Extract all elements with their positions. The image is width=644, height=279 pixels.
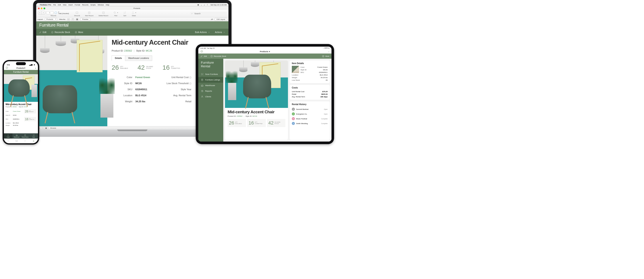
record-nav[interactable]: ‹›	[38, 11, 45, 15]
menu-scripts[interactable]: Scripts	[90, 4, 96, 6]
phone-tab-scan[interactable]: Scan	[30, 133, 38, 139]
app-title: Furniture Rental	[36, 21, 228, 29]
viewas-table[interactable]: ▦	[76, 18, 78, 21]
phone-tab-detail[interactable]: Detail	[4, 133, 12, 139]
phone-check-icon[interactable]	[6, 67, 8, 70]
control-center-icon[interactable]: ◉	[198, 4, 199, 6]
sidebar-clients[interactable]: Clients	[198, 94, 223, 100]
menu-window[interactable]: Window	[98, 4, 104, 6]
ipad-statusbar: 9:41 AM Tue Sep 15 ⌵ 100% ▮	[198, 47, 332, 50]
menubar-app[interactable]: FileMaker Pro	[40, 4, 51, 6]
ipad-product-name: Mid-century Accent Chair	[228, 110, 285, 114]
menu-edit[interactable]: Edit	[58, 4, 61, 6]
tb-find[interactable]: ▾Find	[113, 11, 118, 17]
svg-point-5	[52, 31, 53, 33]
color-swatch: WOOD & FOREST	[292, 66, 299, 73]
tb-records: ‹› 1 2Total (Unsorted) Records	[38, 11, 69, 17]
tb-share[interactable]: ▾Share	[132, 11, 136, 17]
record-number[interactable]: 1	[46, 11, 54, 14]
phone-tab-history[interactable]: Rental History	[21, 133, 30, 139]
tb-sort[interactable]: Sort	[123, 11, 126, 17]
menu-insert[interactable]: Insert	[68, 4, 73, 6]
svg-point-12	[6, 67, 8, 69]
edit-layout-button[interactable]: Edit Layout	[215, 18, 227, 21]
menu-records[interactable]: Records	[82, 4, 88, 6]
rental-history-item[interactable]: EEvergreen Co.Open	[292, 112, 328, 116]
wifi-icon[interactable]: ⌵	[201, 4, 202, 6]
ipad-stat-avail: 26QTYAVAILABLE	[228, 119, 247, 127]
tab-warehouse[interactable]: Warehouse Locations	[125, 56, 152, 61]
sidebar-scan[interactable]: Scan Furniture	[198, 71, 223, 77]
rental-history-item[interactable]: MMusic FestivalComplete	[292, 116, 328, 121]
search-icon[interactable]: ⌕	[204, 4, 205, 6]
bulk-actions[interactable]: Bulk Actions	[195, 31, 210, 34]
traffic-lights[interactable]	[38, 8, 45, 9]
viewas-label: View As:	[59, 18, 66, 20]
more-action[interactable]: More	[75, 31, 83, 34]
menu-format[interactable]: Format	[74, 4, 80, 6]
ipad-reconcile[interactable]: Reconcile Stock	[210, 55, 226, 57]
actions-menu[interactable]: Actions	[215, 31, 226, 34]
ipad-stat-comm: 16QTYCOMMITTED	[247, 119, 267, 127]
text-format-icon[interactable]: Aª	[211, 18, 213, 21]
menubar-clock[interactable]: Sat Sep 18 11:02 AM	[210, 4, 227, 6]
iphone-device: 9:41▂▄▆ ⌵ ▮ Products ▾ ⌕ Furniture Renta…	[2, 60, 39, 145]
phone-toolbar: ＋	[4, 139, 38, 143]
moon-icon[interactable]: ☾	[207, 4, 208, 6]
browse-mode[interactable]: Browse	[50, 127, 56, 129]
window-titlebar: Products	[36, 7, 228, 10]
svg-point-15	[16, 140, 18, 142]
preview-button[interactable]: Preview	[80, 18, 90, 21]
menu-view[interactable]: View	[63, 4, 66, 6]
edit-action[interactable]: Edit	[39, 31, 46, 34]
phone-prev[interactable]	[7, 139, 10, 143]
phone-next[interactable]	[24, 139, 26, 143]
fm-subbar: Layout: Products View As: ▭ ≡ ▦ Preview …	[36, 18, 228, 21]
phone-tab-warehouse[interactable]: Warehouse	[12, 133, 21, 139]
ipad-title[interactable]: Products ▾	[260, 51, 270, 53]
tab-details[interactable]: Details	[112, 56, 125, 61]
svg-point-8	[210, 55, 212, 57]
wifi-icon: ⌵	[323, 47, 324, 49]
rental-history-item[interactable]: SSmith WeddingComplete	[292, 121, 328, 126]
tb-showall[interactable]: Show All	[74, 11, 80, 17]
svg-point-7	[201, 51, 203, 53]
sidebar-listings[interactable]: Furniture Listings	[198, 77, 223, 83]
svg-point-0	[55, 12, 57, 14]
ipad-back-check[interactable]	[198, 50, 203, 53]
sidebar-warehouse[interactable]: Warehouse	[198, 83, 223, 88]
macos-menubar: FileMaker Pro File Edit View Insert Form…	[36, 3, 228, 7]
rental-history-item[interactable]: SSummit MedicalOpen	[292, 107, 328, 112]
svg-rect-1	[76, 12, 78, 13]
ipad-product-ids: Product ID: 235562|Style ID: MC26	[228, 115, 285, 117]
ipad-more[interactable]: More	[322, 55, 329, 57]
reconcile-action[interactable]: Reconcile Stock	[51, 31, 70, 34]
product-hero-image	[36, 36, 107, 126]
rental-history-card: Rental History SSummit MedicalOpenEEverg…	[290, 101, 330, 140]
info-icon[interactable]: ?	[189, 76, 192, 79]
phone-add[interactable]: ＋	[32, 139, 35, 143]
layout-label: Layout:	[38, 18, 43, 20]
ipad-search-icon[interactable]: ⌕	[328, 51, 329, 53]
info-icon[interactable]: ?	[189, 82, 192, 85]
total-label: Total (Unsorted)	[58, 13, 69, 14]
toolbar-search[interactable]	[190, 12, 227, 15]
pie-icon	[54, 11, 57, 14]
stat-available: 26QTYAVAILABLE	[112, 64, 128, 71]
layout-dropdown[interactable]: Products	[45, 18, 57, 21]
tb-new-record[interactable]: New Record	[85, 11, 94, 17]
phone-home[interactable]	[15, 139, 18, 143]
menu-help[interactable]: Help	[106, 4, 109, 6]
phone-search-icon[interactable]: ⌕	[35, 67, 36, 69]
sidebar-reports[interactable]: Reports	[198, 88, 223, 94]
viewas-list[interactable]: ≡	[72, 18, 74, 21]
phone-app-title: Furniture Rental	[4, 70, 38, 74]
app-actionbar: Edit Reconcile Stock More Bulk Actions A…	[36, 29, 228, 36]
viewas-form[interactable]: ▭	[67, 18, 70, 21]
phone-title-text[interactable]: Products	[16, 67, 24, 69]
stat-committed: 16QTYCOMMITTED	[162, 64, 180, 71]
menu-file[interactable]: File	[53, 4, 56, 6]
ipad-edit[interactable]: Edit	[200, 55, 207, 57]
tb-delete-record[interactable]: Delete Record	[98, 11, 108, 17]
ipad-sidebar: Furniture Rental Scan Furniture Furnitur…	[198, 59, 223, 142]
